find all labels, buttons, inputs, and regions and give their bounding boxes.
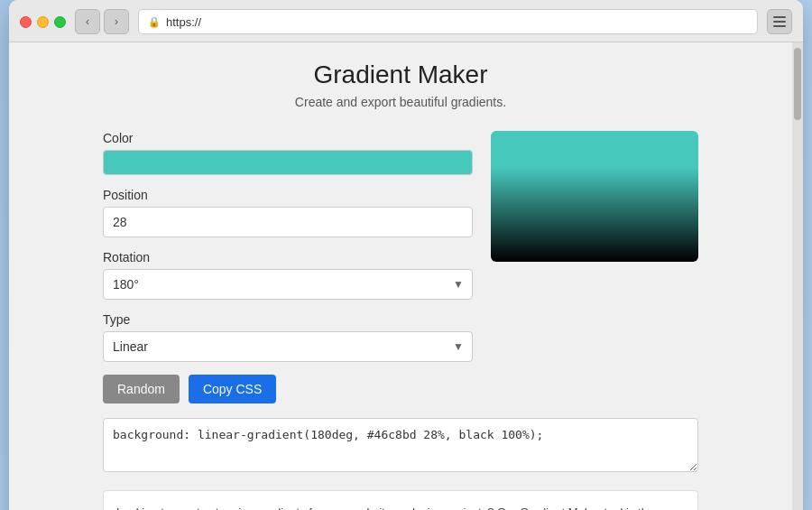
browser-window: ‹ › 🔒 https:// Gradient Maker Create and… bbox=[9, 0, 803, 510]
rotation-group: Rotation 0° 45° 90° 135° 180° 225° 270° bbox=[103, 250, 473, 300]
menu-button[interactable] bbox=[767, 9, 792, 34]
color-group: Color bbox=[103, 131, 473, 175]
page-subtitle: Create and export beautiful gradients. bbox=[103, 95, 698, 109]
back-button[interactable]: ‹ bbox=[75, 9, 100, 34]
browser-body: Gradient Maker Create and export beautif… bbox=[9, 42, 803, 510]
position-label: Position bbox=[103, 188, 473, 202]
lock-icon: 🔒 bbox=[148, 16, 161, 28]
url-text: https:// bbox=[166, 15, 201, 29]
color-label: Color bbox=[103, 131, 473, 145]
browser-chrome: ‹ › 🔒 https:// bbox=[9, 0, 803, 42]
type-group: Type Linear Radial Conic ▼ bbox=[103, 312, 473, 362]
random-button[interactable]: Random bbox=[103, 375, 180, 403]
main-layout: Color Position Rotation bbox=[103, 131, 698, 375]
description-text: Looking to create stunning gradients for… bbox=[116, 504, 685, 510]
hamburger-icon bbox=[773, 16, 786, 27]
color-picker[interactable] bbox=[103, 150, 473, 175]
type-select[interactable]: Linear Radial Conic bbox=[103, 331, 473, 362]
description-box: Looking to create stunning gradients for… bbox=[103, 490, 698, 510]
maximize-button[interactable] bbox=[54, 16, 66, 28]
scrollbar-track bbox=[792, 42, 803, 510]
close-button[interactable] bbox=[20, 16, 32, 28]
position-input[interactable] bbox=[103, 207, 473, 237]
page-title: Gradient Maker bbox=[103, 60, 698, 89]
address-bar[interactable]: 🔒 https:// bbox=[138, 9, 758, 34]
button-row: Random Copy CSS bbox=[103, 375, 698, 403]
type-label: Type bbox=[103, 312, 473, 327]
minimize-button[interactable] bbox=[37, 16, 49, 28]
rotation-label: Rotation bbox=[103, 250, 473, 264]
rotation-select[interactable]: 0° 45° 90° 135° 180° 225° 270° 315° bbox=[103, 269, 473, 300]
page-content: Gradient Maker Create and export beautif… bbox=[85, 60, 716, 510]
css-output-textarea[interactable]: background: linear-gradient(180deg, #46c… bbox=[103, 418, 698, 472]
type-select-wrapper: Linear Radial Conic ▼ bbox=[103, 331, 473, 362]
copy-css-button[interactable]: Copy CSS bbox=[189, 375, 276, 403]
controls-panel: Color Position Rotation bbox=[103, 131, 473, 375]
forward-button[interactable]: › bbox=[104, 9, 129, 34]
traffic-lights bbox=[20, 16, 66, 28]
scrollbar-thumb[interactable] bbox=[794, 48, 801, 120]
position-group: Position bbox=[103, 188, 473, 237]
nav-buttons: ‹ › bbox=[75, 9, 129, 34]
browser-content: Gradient Maker Create and export beautif… bbox=[9, 42, 792, 510]
gradient-preview bbox=[491, 131, 698, 262]
rotation-select-wrapper: 0° 45° 90° 135° 180° 225° 270° 315° ▼ bbox=[103, 269, 473, 300]
